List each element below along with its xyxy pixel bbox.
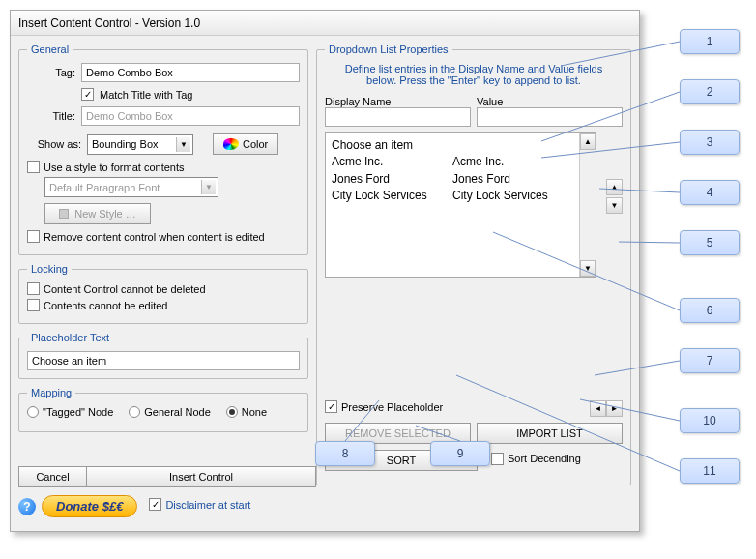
callout-10: 10 bbox=[680, 408, 740, 433]
help-icon[interactable]: ? bbox=[18, 498, 36, 515]
callout-3: 3 bbox=[680, 130, 740, 155]
chevron-down-icon: ▼ bbox=[176, 137, 190, 152]
sort-desc-label: Sort Decending bbox=[508, 453, 581, 464]
value-label: Value bbox=[477, 96, 623, 107]
placeholder-input[interactable] bbox=[27, 351, 300, 370]
callout-7: 7 bbox=[680, 348, 740, 373]
title-label: Title: bbox=[27, 110, 75, 122]
display-name-input[interactable] bbox=[325, 107, 471, 127]
disclaimer-label: Disclaimer at start bbox=[165, 499, 250, 511]
callout-8: 8 bbox=[315, 441, 375, 466]
title-input[interactable] bbox=[81, 106, 300, 126]
nudge-left-button[interactable]: ◄ bbox=[590, 400, 606, 417]
use-style-label: Use a style to format contents bbox=[44, 162, 185, 173]
callout-9: 9 bbox=[430, 441, 490, 466]
use-style-checkbox[interactable] bbox=[27, 161, 40, 173]
callout-1: 1 bbox=[680, 29, 740, 54]
cancel-button[interactable]: Cancel bbox=[18, 466, 86, 487]
list-item: Acme Inc.Acme Inc. bbox=[332, 154, 573, 170]
entries-listbox[interactable]: Choose an item Acme Inc.Acme Inc. Jones … bbox=[325, 132, 596, 278]
import-list-button[interactable]: IMPORT LIST bbox=[477, 423, 623, 444]
new-style-icon bbox=[59, 209, 69, 219]
list-content: Choose an item Acme Inc.Acme Inc. Jones … bbox=[326, 133, 579, 277]
style-select[interactable]: Default Paragraph Font ▼ bbox=[44, 177, 218, 197]
remove-on-edit-label: Remove content control when content is e… bbox=[44, 231, 265, 243]
mapping-general-radio[interactable]: General Node bbox=[129, 406, 211, 418]
move-up-button[interactable]: ▲ bbox=[606, 179, 623, 195]
showas-select[interactable]: Bounding Box ▼ bbox=[87, 134, 193, 155]
match-title-checkbox[interactable]: ✓ bbox=[81, 88, 94, 101]
list-scrollbar[interactable]: ▲ ▼ bbox=[579, 133, 596, 277]
no-delete-label: Content Control cannot be deleted bbox=[44, 283, 206, 295]
disclaimer-checkbox[interactable]: ✓ bbox=[149, 498, 161, 511]
placeholder-group: Placeholder Text bbox=[18, 332, 308, 379]
dropdown-group: Dropdown List Properties Define list ent… bbox=[316, 44, 631, 485]
callout-5: 5 bbox=[680, 230, 740, 255]
scroll-up-icon[interactable]: ▲ bbox=[580, 133, 596, 150]
locking-legend: Locking bbox=[27, 263, 72, 275]
insert-control-button[interactable]: Insert Control bbox=[86, 466, 316, 487]
locking-group: Locking Content Control cannot be delete… bbox=[18, 263, 308, 324]
display-name-label: Display Name bbox=[325, 96, 471, 107]
no-edit-checkbox[interactable] bbox=[27, 299, 40, 311]
tag-label: Tag: bbox=[27, 67, 75, 78]
new-style-button[interactable]: New Style … bbox=[44, 203, 151, 224]
scroll-down-icon[interactable]: ▼ bbox=[580, 260, 596, 277]
remove-on-edit-checkbox[interactable] bbox=[27, 230, 40, 243]
list-item: City Lock ServicesCity Lock Services bbox=[332, 188, 573, 204]
mapping-tagged-radio[interactable]: "Tagged" Node bbox=[27, 406, 113, 418]
color-button[interactable]: Color bbox=[213, 133, 278, 155]
sort-desc-checkbox[interactable] bbox=[491, 453, 504, 465]
list-item: Choose an item bbox=[332, 137, 573, 154]
callout-4: 4 bbox=[680, 180, 740, 205]
general-legend: General bbox=[27, 44, 73, 55]
no-delete-checkbox[interactable] bbox=[27, 282, 40, 295]
dropdown-legend: Dropdown List Properties bbox=[325, 44, 452, 55]
palette-icon bbox=[223, 138, 239, 150]
placeholder-legend: Placeholder Text bbox=[27, 332, 113, 343]
preserve-placeholder-label: Preserve Placeholder bbox=[341, 401, 443, 413]
list-item: Jones FordJones Ford bbox=[332, 171, 573, 188]
mapping-group: Mapping "Tagged" Node General Node None bbox=[18, 387, 308, 432]
window-title: Insert Content Control - Version 1.0 bbox=[18, 16, 200, 30]
value-input[interactable] bbox=[477, 107, 623, 127]
callout-2: 2 bbox=[680, 79, 740, 104]
tag-input[interactable] bbox=[81, 63, 300, 82]
showas-label: Show as: bbox=[27, 138, 81, 150]
mapping-legend: Mapping bbox=[27, 387, 75, 398]
callout-11: 11 bbox=[680, 458, 740, 484]
move-down-button[interactable]: ▼ bbox=[606, 197, 623, 214]
general-group: General Tag: ✓ Match Title with Tag Titl… bbox=[18, 44, 308, 255]
titlebar: Insert Content Control - Version 1.0 bbox=[11, 11, 639, 36]
nudge-right-button[interactable]: ► bbox=[606, 400, 623, 417]
dropdown-instruction: Define list entries in the Display Name … bbox=[325, 63, 623, 86]
no-edit-label: Contents cannot be edited bbox=[44, 300, 167, 311]
callout-6: 6 bbox=[680, 298, 740, 323]
match-title-label: Match Title with Tag bbox=[100, 89, 192, 101]
chevron-down-icon: ▼ bbox=[201, 180, 216, 194]
donate-button[interactable]: Donate $£€ bbox=[42, 495, 137, 517]
mapping-none-radio[interactable]: None bbox=[226, 406, 267, 418]
preserve-placeholder-checkbox[interactable]: ✓ bbox=[325, 400, 337, 413]
